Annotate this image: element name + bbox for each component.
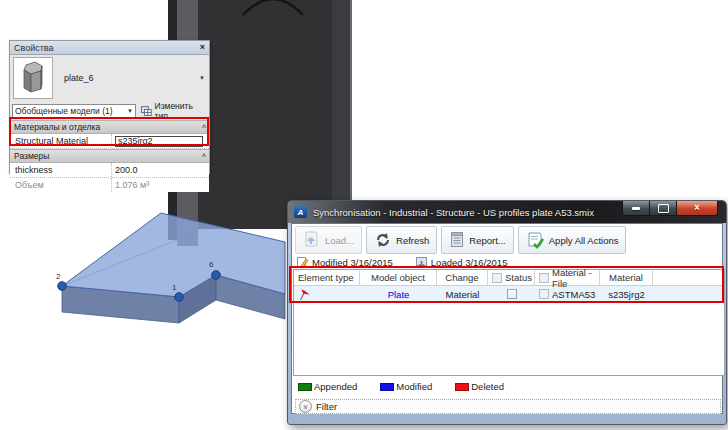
status-header-checkbox[interactable] <box>492 273 502 283</box>
collapse-icon[interactable]: ^ <box>202 153 205 160</box>
col-header-material-file[interactable]: Material - File <box>535 270 600 286</box>
modified-status: Modified 3/16/2015 <box>296 256 393 269</box>
loaded-icon <box>415 256 428 269</box>
chevron-down-icon: v <box>299 400 312 413</box>
material-file-checkbox[interactable] <box>539 289 549 299</box>
change-value: Material <box>446 289 480 300</box>
edit-type-button[interactable]: Изменить тип <box>141 101 207 121</box>
material-value: s235jrg2 <box>608 289 644 300</box>
col-header-label: Element type <box>298 272 353 283</box>
apply-all-actions-label: Apply All Actions <box>549 235 619 246</box>
modified-swatch <box>380 383 394 391</box>
close-icon[interactable]: × <box>200 43 205 52</box>
material-cell: s235jrg2 <box>600 286 653 302</box>
plate-vertex-1[interactable] <box>175 293 184 302</box>
change-cell: Material <box>437 286 488 302</box>
volume-value: 1.076 м³ <box>112 178 209 192</box>
deleted-label: Deleted <box>471 381 504 392</box>
col-header-status[interactable]: Status <box>488 270 535 286</box>
legend-deleted: Deleted <box>455 381 504 392</box>
col-header-empty <box>653 270 724 286</box>
col-header-change[interactable]: Change <box>437 270 488 286</box>
status-cell <box>488 286 535 302</box>
refresh-label: Refresh <box>396 235 429 246</box>
material-file-header-checkbox[interactable] <box>539 273 549 283</box>
refresh-icon <box>374 231 392 249</box>
section-header-materials[interactable]: Материалы и отделка ^ <box>10 120 209 134</box>
modified-icon <box>296 256 309 269</box>
properties-titlebar[interactable]: Свойства × <box>10 41 209 55</box>
apply-all-actions-button[interactable]: Apply All Actions <box>518 226 627 254</box>
filter-expander[interactable]: v Filter <box>295 399 721 414</box>
model-object-cell[interactable]: Plate <box>360 286 437 302</box>
app-icon: A <box>294 206 307 218</box>
load-button[interactable]: Load... <box>295 226 362 254</box>
element-type-cell <box>294 286 360 302</box>
base-plate-3d[interactable]: 2 1 6 <box>56 213 285 323</box>
chevron-down-icon: ▼ <box>127 108 133 114</box>
loaded-status-text: Loaded 3/16/2015 <box>431 257 508 268</box>
material-file-value: ASTMA53 <box>552 289 595 300</box>
vertex-label-2: 2 <box>56 272 61 281</box>
load-label: Load... <box>325 235 354 246</box>
modified-label: Modified <box>396 381 432 392</box>
close-button[interactable]: × <box>677 201 718 216</box>
section-header-materials-label: Материалы и отделка <box>14 122 100 132</box>
col-header-label: Material <box>609 272 643 283</box>
app-canvas: 2 1 6 Свойства × plate_6 ▼ Обобще <box>0 0 728 430</box>
window-controls: × <box>622 201 718 216</box>
col-header-element-type[interactable]: Element type <box>294 270 360 286</box>
empty-cell <box>653 286 724 302</box>
apply-all-actions-icon <box>526 231 545 250</box>
param-row-thickness: thickness 200.0 <box>10 163 209 178</box>
sync-table: Element type Model object Change Status … <box>293 269 725 376</box>
col-header-material[interactable]: Material <box>600 270 653 286</box>
maximize-button[interactable] <box>650 201 677 216</box>
minimize-button[interactable] <box>622 201 650 216</box>
category-dropdown[interactable]: Обобщенные модели (1) ▼ <box>12 104 136 118</box>
type-preview-thumbnail <box>13 57 53 99</box>
properties-palette: Свойства × plate_6 ▼ Обобщенные модели (… <box>9 40 210 174</box>
sync-dialog-client: Load... Refresh <box>291 223 723 414</box>
sync-dialog: A Synchronisation - Industrial - Structu… <box>287 200 727 425</box>
plate-vertex-6[interactable] <box>212 271 221 280</box>
minimize-icon <box>632 207 640 210</box>
type-name-label: plate_6 <box>64 73 94 83</box>
change-legend: Appended Modified Deleted <box>298 381 527 392</box>
report-icon <box>449 231 465 249</box>
maximize-icon <box>658 204 669 213</box>
col-header-model-object[interactable]: Model object <box>360 270 437 286</box>
section-header-dimensions-label: Размеры <box>14 151 49 161</box>
edit-type-icon <box>141 106 152 116</box>
modified-status-text: Modified 3/16/2015 <box>312 257 393 268</box>
param-label: thickness <box>10 163 112 177</box>
plate-vertex-2[interactable] <box>58 282 67 291</box>
report-label: Report... <box>469 235 505 246</box>
structural-material-field[interactable]: s235jrg2 <box>115 136 203 147</box>
vertex-label-6: 6 <box>209 260 214 269</box>
sync-table-header: Element type Model object Change Status … <box>294 270 724 286</box>
thickness-value[interactable]: 200.0 <box>112 163 209 177</box>
filter-label: Filter <box>316 401 337 412</box>
plate-link[interactable]: Plate <box>388 289 410 300</box>
type-preview-row: plate_6 ▼ <box>10 55 209 101</box>
chevron-down-icon[interactable]: ▼ <box>199 75 205 81</box>
sync-dialog-title: Synchronisation - Industrial - Structure… <box>313 207 594 218</box>
flag-icon <box>298 288 311 301</box>
status-checkbox[interactable] <box>507 289 517 299</box>
section-header-dimensions[interactable]: Размеры ^ <box>10 149 209 163</box>
appended-swatch <box>298 383 312 391</box>
col-header-label: Change <box>445 272 478 283</box>
category-dropdown-value: Обобщенные модели (1) <box>15 106 113 116</box>
param-label: Объем <box>10 178 112 192</box>
refresh-button[interactable]: Refresh <box>366 226 437 254</box>
report-button[interactable]: Report... <box>441 226 513 254</box>
properties-title: Свойства <box>14 43 54 53</box>
appended-label: Appended <box>314 381 357 392</box>
param-label: Structural Material <box>10 134 112 148</box>
collapse-icon[interactable]: ^ <box>202 124 205 131</box>
deleted-swatch <box>455 383 469 391</box>
sync-status-row: Modified 3/16/2015 Loaded 3/16/2015 <box>294 256 507 269</box>
table-row[interactable]: Plate Material ASTMA53 s235jrg2 <box>294 286 724 302</box>
legend-modified: Modified <box>380 381 432 392</box>
